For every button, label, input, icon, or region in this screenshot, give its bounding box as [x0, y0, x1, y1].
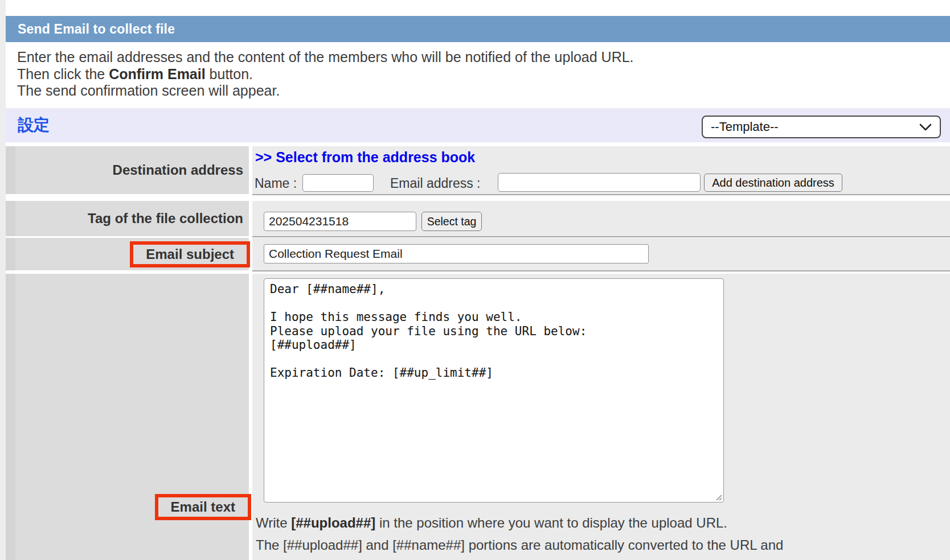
email-text-label: Email text [171, 499, 235, 514]
address-book-link[interactable]: >> Select from the address book [255, 149, 475, 166]
intro-line-1: Enter the email addresses and the conten… [17, 49, 634, 66]
confirm-email-emphasis: Confirm Email [109, 66, 205, 82]
email-subject-label-cell: Email subject [15, 238, 249, 270]
template-select-value: --Template-- [711, 120, 919, 134]
email-subject-content [252, 238, 950, 271]
settings-header-row: 設定 --Template-- [6, 108, 950, 142]
help-line-3: name when the email is sent. [256, 556, 783, 560]
page-title: Send Email to collect file [18, 22, 175, 37]
email-text-highlight-box: Email text [155, 494, 251, 520]
help-line-2: The [##upload##] and [##name##] portions… [256, 534, 783, 557]
email-address-label: Email address : [390, 176, 481, 191]
template-select[interactable]: --Template-- [702, 116, 941, 138]
email-body-textarea[interactable] [264, 278, 724, 503]
tag-content: Select tag [252, 201, 950, 237]
email-subject-highlight-box: Email subject [130, 241, 250, 267]
email-text-content: Write [##upload##] in the position where… [252, 274, 950, 560]
row-spacer [6, 238, 15, 270]
section-title-bar: Send Email to collect file [6, 16, 950, 42]
intro-line-3: The send confirmation screen will appear… [17, 83, 634, 100]
intro-text: Enter the email addresses and the conten… [17, 49, 634, 100]
upload-token-emphasis: [##upload##] [291, 515, 375, 530]
help-line-1: Write [##upload##] in the position where… [256, 512, 783, 534]
tag-label: Tag of the file collection [15, 201, 249, 236]
page-left-margin [0, 0, 6, 560]
chevron-down-icon [919, 123, 932, 131]
email-field[interactable] [498, 173, 701, 192]
email-subject-label: Email subject [146, 246, 234, 262]
resize-handle-icon[interactable] [714, 493, 722, 501]
destination-address-content: >> Select from the address book Name : E… [252, 146, 950, 195]
send-email-page: Send Email to collect file Enter the ema… [0, 0, 950, 560]
add-destination-address-button[interactable]: Add destination address [704, 174, 842, 192]
placeholder-help-text: Write [##upload##] in the position where… [256, 512, 783, 560]
destination-address-label: Destination address [15, 146, 249, 194]
name-field[interactable] [302, 174, 374, 192]
row-spacer [6, 274, 15, 560]
tag-input[interactable] [264, 212, 416, 231]
select-tag-button[interactable]: Select tag [421, 212, 482, 231]
settings-title: 設定 [18, 108, 50, 142]
intro-line-2: Then click the Confirm Email button. [17, 66, 634, 83]
name-label: Name : [255, 176, 297, 191]
row-spacer [6, 201, 15, 236]
email-subject-input[interactable] [264, 244, 649, 263]
row-spacer [6, 146, 15, 194]
email-text-label-cell: Email text [15, 274, 249, 560]
